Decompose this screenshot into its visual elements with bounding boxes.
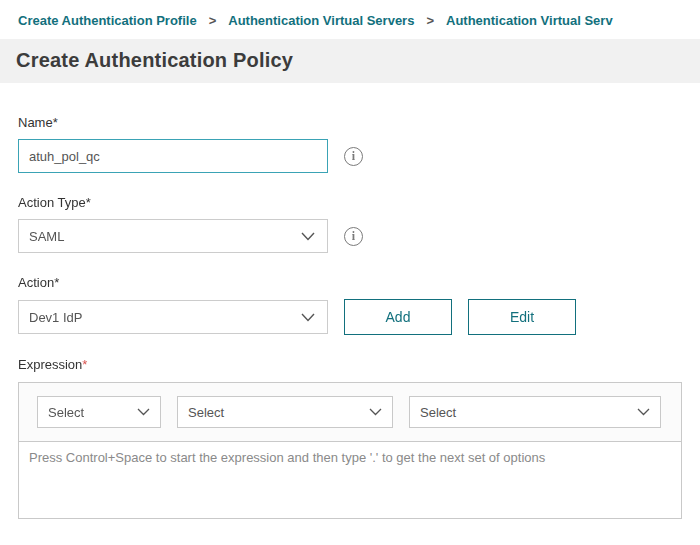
expression-editor-container: [19, 441, 681, 518]
chevron-down-icon: [637, 408, 650, 416]
info-icon[interactable]: i: [344, 147, 363, 166]
required-asterisk: *: [86, 195, 91, 210]
expression-toolbar: Select Select Select: [19, 383, 681, 441]
expression-editor-input[interactable]: [19, 442, 681, 518]
info-icon[interactable]: i: [344, 227, 363, 246]
breadcrumb-separator-icon: >: [426, 13, 434, 28]
expression-select-2[interactable]: Select: [177, 396, 393, 428]
add-button[interactable]: Add: [344, 299, 452, 335]
breadcrumb-link-authentication-virtual-server-current[interactable]: Authentication Virtual Serv: [446, 13, 613, 28]
action-type-label: Action Type*: [18, 195, 682, 210]
chevron-down-icon: [301, 232, 315, 241]
breadcrumb-separator-icon: >: [209, 13, 217, 28]
required-asterisk: *: [53, 115, 58, 130]
expression-builder: Select Select Select: [18, 382, 682, 519]
action-label: Action*: [18, 275, 682, 290]
action-type-field-group: Action Type* SAML i: [18, 195, 682, 253]
expression-field-group: Expression* Select Select Select: [18, 357, 682, 519]
breadcrumb-link-authentication-virtual-servers[interactable]: Authentication Virtual Servers: [228, 13, 414, 28]
expression-label: Expression*: [18, 357, 682, 372]
breadcrumb-link-create-authentication-profile[interactable]: Create Authentication Profile: [18, 13, 197, 28]
edit-button[interactable]: Edit: [468, 299, 576, 335]
expression-select-1[interactable]: Select: [37, 396, 161, 428]
name-field-group: Name* i: [18, 115, 682, 173]
chevron-down-icon: [137, 408, 150, 416]
chevron-down-icon: [301, 313, 315, 322]
chevron-down-icon: [369, 408, 382, 416]
create-authentication-policy-form: Name* i Action Type* SAML i Action* Dev1…: [0, 115, 700, 519]
action-select[interactable]: Dev1 IdP: [18, 300, 328, 334]
required-asterisk: *: [54, 275, 59, 290]
expression-select-3[interactable]: Select: [409, 396, 661, 428]
page-title: Create Authentication Policy: [16, 49, 684, 72]
action-field-group: Action* Dev1 IdP Add Edit: [18, 275, 682, 335]
required-asterisk: *: [82, 357, 87, 372]
name-label: Name*: [18, 115, 682, 130]
breadcrumb: Create Authentication Profile > Authenti…: [0, 0, 700, 28]
name-input[interactable]: [18, 139, 328, 173]
page-header: Create Authentication Policy: [0, 39, 700, 83]
action-type-select[interactable]: SAML: [18, 219, 328, 253]
